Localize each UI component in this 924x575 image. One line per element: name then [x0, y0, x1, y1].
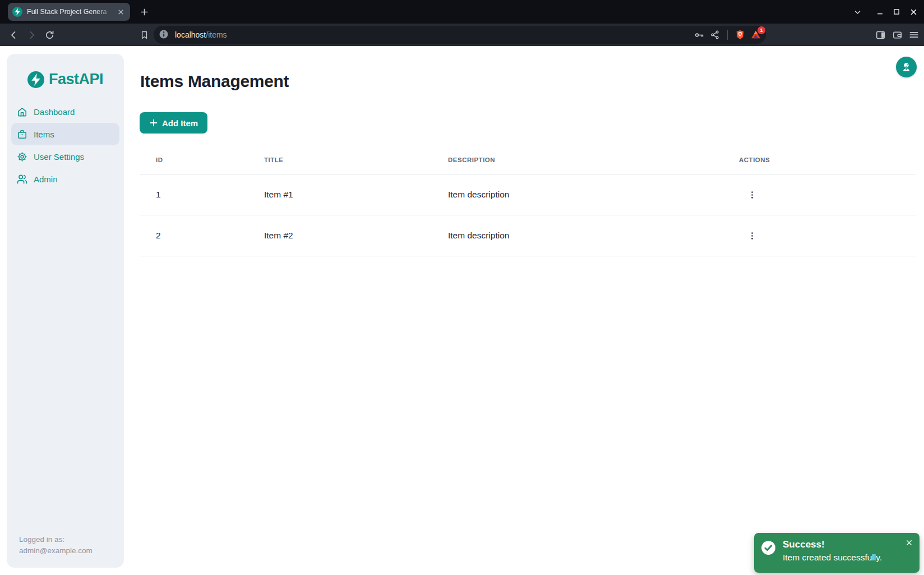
- table-row: 2 Item #2 Item description: [140, 215, 916, 256]
- add-item-label: Add Item: [162, 118, 198, 128]
- minimize-button[interactable]: [871, 3, 888, 20]
- col-header-id: ID: [140, 157, 248, 163]
- wallet-icon[interactable]: [889, 26, 905, 43]
- cell-title: Item #1: [248, 190, 432, 200]
- robot-user-icon: [900, 61, 912, 73]
- key-icon[interactable]: [691, 27, 707, 43]
- browser-tab-bar: Full Stack Project Genera: [0, 0, 924, 24]
- logged-in-email: admin@example.com: [19, 545, 118, 556]
- brave-shield-icon[interactable]: [732, 27, 748, 43]
- cell-id: 1: [140, 190, 248, 200]
- logged-in-footer: Logged in as: admin@example.com: [19, 534, 118, 556]
- fastapi-logo: FastAPI: [7, 71, 124, 88]
- side-panel-icon[interactable]: [872, 26, 889, 43]
- logo-text: FastAPI: [49, 71, 103, 88]
- url-bar[interactable]: localhost/items 1: [154, 26, 766, 44]
- hamburger-menu-icon[interactable]: [905, 26, 922, 43]
- cell-description: Item description: [432, 190, 723, 200]
- user-avatar-button[interactable]: [896, 57, 917, 77]
- col-header-title: TITLE: [248, 157, 432, 163]
- back-button[interactable]: [6, 27, 21, 43]
- tab-title: Full Stack Project Genera: [27, 8, 116, 16]
- col-header-description: DESCRIPTION: [432, 157, 723, 163]
- table-header-row: ID TITLE DESCRIPTION ACTIONS: [140, 145, 916, 174]
- toast-message: Item created successfully.: [783, 551, 882, 564]
- plus-icon: [149, 118, 158, 127]
- logged-in-label: Logged in as:: [19, 534, 118, 545]
- fastapi-bolt-icon: [27, 71, 44, 88]
- add-item-button[interactable]: Add Item: [140, 112, 207, 134]
- sidebar-item-label: User Settings: [34, 152, 84, 162]
- brave-rewards-icon[interactable]: 1: [748, 27, 764, 43]
- url-path: /items: [206, 30, 227, 39]
- sidebar-item-dashboard[interactable]: Dashboard: [11, 100, 119, 123]
- browser-tab[interactable]: Full Stack Project Genera: [8, 3, 130, 21]
- row-actions-kebab-icon[interactable]: [745, 228, 759, 243]
- toast-text: Success! Item created successfully.: [783, 539, 882, 564]
- home-icon: [17, 107, 27, 117]
- sidebar-item-label: Admin: [34, 174, 58, 184]
- check-circle-icon: [761, 540, 776, 555]
- items-table: ID TITLE DESCRIPTION ACTIONS 1 Item #1 I…: [140, 145, 916, 256]
- sidebar-item-label: Dashboard: [34, 107, 75, 117]
- briefcase-icon: [17, 129, 27, 140]
- sidebar-item-label: Items: [34, 130, 54, 139]
- reload-button[interactable]: [41, 27, 57, 43]
- close-window-button[interactable]: [905, 3, 922, 20]
- forward-button[interactable]: [24, 27, 39, 43]
- success-toast: Success! Item created successfully.: [754, 533, 920, 573]
- row-actions-kebab-icon[interactable]: [745, 187, 759, 202]
- users-icon: [17, 174, 27, 185]
- cell-description: Item description: [432, 231, 723, 241]
- fastapi-favicon-bolt-icon: [12, 7, 22, 17]
- browser-toolbar: localhost/items 1: [0, 24, 924, 46]
- sidebar-nav: Dashboard Items User Settings Admin: [7, 100, 124, 190]
- gear-icon: [17, 151, 27, 162]
- app-content: FastAPI Dashboard Items User Settings Ad…: [0, 46, 924, 575]
- bookmark-icon[interactable]: [136, 27, 152, 43]
- share-icon[interactable]: [707, 27, 723, 43]
- cell-id: 2: [140, 231, 248, 241]
- toast-close-icon[interactable]: [904, 537, 914, 548]
- tab-search-chevron-icon[interactable]: [849, 3, 866, 20]
- rewards-badge: 1: [757, 26, 765, 34]
- maximize-button[interactable]: [888, 3, 905, 20]
- urlbar-divider: [727, 30, 728, 40]
- url-host: localhost: [175, 30, 206, 39]
- url-text: localhost/items: [175, 30, 227, 39]
- table-row: 1 Item #1 Item description: [140, 174, 916, 215]
- sidebar-item-user-settings[interactable]: User Settings: [11, 145, 119, 168]
- sidebar-item-items[interactable]: Items: [11, 123, 119, 145]
- toast-title: Success!: [783, 539, 882, 551]
- page-info-icon[interactable]: [158, 29, 170, 41]
- sidebar-item-admin[interactable]: Admin: [11, 168, 119, 190]
- tab-close-icon[interactable]: [116, 7, 126, 17]
- col-header-actions: ACTIONS: [723, 157, 916, 163]
- sidebar: FastAPI Dashboard Items User Settings Ad…: [7, 54, 124, 568]
- cell-title: Item #2: [248, 231, 432, 241]
- new-tab-button[interactable]: [137, 4, 151, 19]
- page-title: Items Management: [140, 72, 289, 91]
